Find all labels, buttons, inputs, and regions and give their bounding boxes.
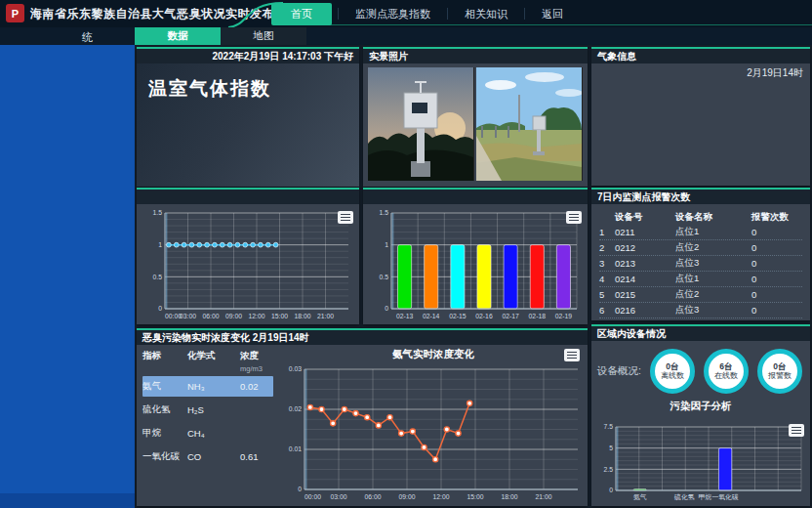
top-navbar: P 海南省乐东黎族自治县大气恶臭状况实时发布系 首页监测点恶臭指数相关知识返回 [0,0,812,27]
svg-text:02-14: 02-14 [423,313,440,319]
svg-text:18:00: 18:00 [294,313,310,319]
svg-text:1.5: 1.5 [380,209,389,216]
pollutant-row[interactable]: 一氧化碳CO0.61 [142,446,273,467]
svg-text:12:00: 12:00 [432,493,449,500]
chart-menu-icon[interactable] [789,424,804,437]
svg-text:12:00: 12:00 [248,313,264,319]
panel-daily-bar-chart: 00.511.502-1302-1402-1502-1602-1702-1802… [363,188,588,324]
svg-text:0.5: 0.5 [380,274,389,280]
svg-text:02-19: 02-19 [555,313,573,319]
photos-panel-title: 实景照片 [363,49,588,64]
chart-menu-icon[interactable] [338,211,353,224]
svg-text:1: 1 [158,241,162,248]
svg-text:氨气: 氨气 [633,493,647,500]
tab-data[interactable]: 数据 [135,27,221,45]
svg-text:0: 0 [158,305,162,312]
svg-text:06:00: 06:00 [364,493,381,500]
gas-index-line-chart: 00.511.500:0003:0006:0009:0012:0015:0018… [140,206,356,321]
svg-text:5: 5 [609,444,613,451]
alarm-table-row[interactable]: 60216点位30 [599,303,802,318]
svg-text:21:00: 21:00 [317,313,334,319]
svg-text:09:00: 09:00 [398,493,415,500]
svg-text:0: 0 [298,486,302,492]
menu-item-2[interactable]: 相关知识 [448,3,524,25]
sub-bar [0,27,812,45]
svg-text:1.5: 1.5 [153,209,163,216]
svg-text:硫化氢: 硫化氢 [673,493,695,501]
svg-text:2.5: 2.5 [604,466,614,473]
panel-gas-index-chart: 00.511.500:0003:0006:0009:0012:0015:0018… [137,188,359,324]
sidebar [0,45,135,508]
chart-menu-icon[interactable] [566,211,582,224]
menu-item-1[interactable]: 监测点恶臭指数 [339,3,447,25]
panel-devices: 区域内设备情况 设备概况: 0台离线数6台在线数0台报警数 污染因子分析 02.… [591,324,810,506]
svg-text:00:00: 00:00 [304,493,321,500]
alarm-table-row[interactable]: 40214点位10 [599,272,802,287]
svg-text:18:00: 18:00 [501,493,517,500]
svg-text:02-17: 02-17 [502,313,519,319]
panel-greeting: 2022年2月19日 14:17:03 下午好 温室气体指数 [137,47,359,187]
nh3-chart-title: 氨气实时浓度变化 [279,345,588,361]
svg-text:0.02: 0.02 [289,405,302,412]
pollutant-row[interactable]: 硫化氢H₂S [142,400,273,420]
svg-text:21:00: 21:00 [535,493,551,500]
svg-text:03:00: 03:00 [180,313,196,319]
pollutant-table-header: 指标化学式浓度mg/m3 [142,350,273,373]
svg-text:0.01: 0.01 [289,445,302,452]
tab-map[interactable]: 地图 [221,27,306,45]
weather-timestamp: 2月19日14时 [591,64,810,83]
device-overview: 设备概况: 0台离线数6台在线数0台报警数 [591,341,810,398]
panel-alarms: 7日内监测点报警次数 设备号设备名称报警次数10211点位1020212点位20… [591,188,810,320]
main-menu: 首页监测点恶臭指数相关知识返回 [271,0,580,27]
alarms-panel-title: 7日内监测点报警次数 [591,190,810,204]
svg-text:一氧化碳: 一氧化碳 [712,493,739,501]
pollutant-row[interactable]: 甲烷CH₄ [142,423,273,444]
daily-index-bar-chart: 00.511.502-1302-1402-1502-1602-1702-1802… [366,206,585,321]
devices-panel-title: 区域内设备情况 [591,326,810,341]
panel-pollutants: 恶臭污染物实时浓度变化 2月19日14时 指标化学式浓度mg/m3氨气NH₃0.… [137,328,588,506]
alarm-table-row[interactable]: 30213点位30 [599,256,802,272]
svg-text:0: 0 [385,305,388,312]
svg-text:09:00: 09:00 [225,313,242,319]
svg-text:0.5: 0.5 [153,274,163,280]
nh3-line-chart: 00.010.020.0300:0003:0006:0009:0012:0015… [279,362,586,502]
pollutant-row[interactable]: 氨气NH₃0.02 [142,376,273,397]
svg-text:03:00: 03:00 [330,493,346,500]
svg-text:甲烷: 甲烷 [698,493,711,501]
device-stat-circle-2: 0台报警数 [757,349,802,394]
device-stat-circle-0: 0台离线数 [650,349,695,394]
svg-text:0: 0 [609,487,613,493]
alarm-table-row[interactable]: 20212点位20 [599,240,802,256]
datetime-text: 2022年2月19日 14:17:03 下午好 [137,49,359,64]
site-photo-sunset [368,67,474,181]
daily-bar-chart-title [363,190,588,204]
weather-panel-title: 气象信息 [591,49,810,64]
svg-text:02-15: 02-15 [449,313,467,319]
pollutants-panel-title: 恶臭污染物实时浓度变化 2月19日14时 [137,330,588,345]
svg-text:1: 1 [385,241,388,248]
pollutant-table: 指标化学式浓度mg/m3氨气NH₃0.02硫化氢H₂S甲烷CH₄一氧化碳CO0.… [137,345,279,504]
gas-index-chart-title [137,190,359,204]
alarm-table-row[interactable]: 50215点位20 [599,287,802,303]
factor-analysis-title: 污染因子分析 [591,400,810,413]
pollution-factor-bar-chart: 02.557.5氨气硫化氢甲烷一氧化碳 [594,422,807,502]
panel-photos: 实景照片 [363,47,588,187]
svg-text:06:00: 06:00 [202,313,219,319]
svg-text:02-18: 02-18 [529,313,547,319]
svg-text:0.03: 0.03 [289,365,302,372]
device-overview-label: 设备概况: [597,364,641,378]
chart-menu-icon[interactable] [564,349,580,361]
alarm-table-row[interactable]: 10211点位10 [599,225,802,240]
page-headline: 温室气体指数 [137,64,359,114]
svg-text:15:00: 15:00 [271,313,288,319]
device-stat-circle-1: 6台在线数 [704,349,749,394]
alarm-table: 设备号设备名称报警次数10211点位1020212点位2030213点位3040… [599,209,802,318]
menu-item-3[interactable]: 返回 [525,3,580,25]
app-title-wrap: 统 [82,30,93,45]
menu-item-0[interactable]: 首页 [271,3,332,25]
panel-weather: 气象信息 2月19日14时 [591,47,810,186]
app-logo-icon: P [6,4,24,22]
svg-text:15:00: 15:00 [467,493,483,500]
sidebar-bottom-strip [0,493,135,508]
svg-text:7.5: 7.5 [604,423,614,430]
